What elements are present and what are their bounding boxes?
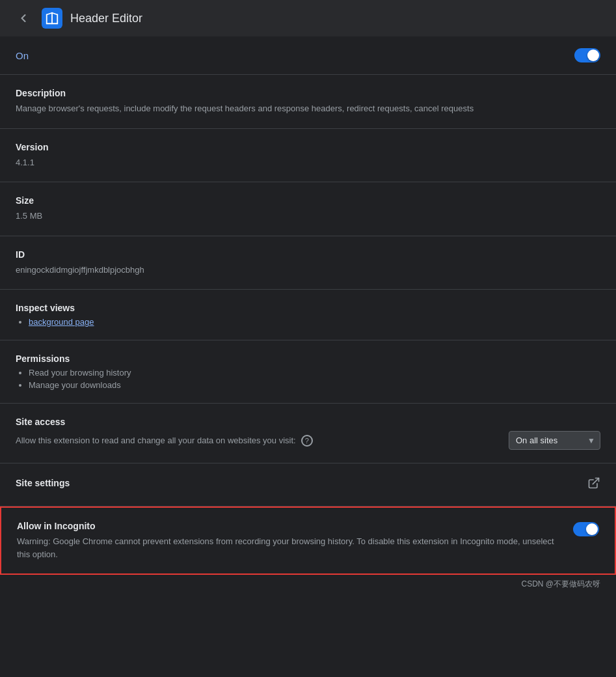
description-value: Manage browser's requests, include modif…: [16, 102, 600, 115]
size-label: Size: [16, 195, 600, 206]
id-label: ID: [16, 249, 600, 260]
inspect-views-section: Inspect views background page: [0, 290, 616, 340]
permission-item-1: Manage your downloads: [29, 380, 600, 390]
enable-toggle[interactable]: [574, 48, 600, 62]
toggle-label: On: [16, 50, 29, 61]
id-section: ID eningockdidmgiojffjmkdblpjocbhgh: [0, 236, 616, 290]
watermark: CSDN @不要做码农呀: [0, 575, 616, 592]
site-access-description: Allow this extension to read and change …: [16, 435, 296, 445]
version-value: 4.1.1: [16, 156, 600, 169]
description-section: Description Manage browser's requests, i…: [0, 75, 616, 129]
enable-toggle-row: On: [0, 36, 616, 75]
id-value: eningockdidmgiojffjmkdblpjocbhgh: [16, 264, 600, 277]
permissions-section: Permissions Read your browsing history M…: [0, 340, 616, 404]
incognito-section: Allow in Incognito Warning: Google Chrom…: [0, 506, 616, 575]
permissions-list: Read your browsing history Manage your d…: [16, 368, 600, 390]
inspect-views-label: Inspect views: [16, 303, 600, 313]
back-button[interactable]: [13, 8, 34, 29]
site-access-section: Site access Allow this extension to read…: [0, 404, 616, 463]
help-icon[interactable]: ?: [301, 435, 313, 447]
extension-icon: [42, 8, 62, 29]
site-settings-section: Site settings: [0, 463, 616, 506]
inspect-views-list: background page: [16, 317, 600, 327]
site-access-select[interactable]: On all sites On specific sites Ask on ev…: [509, 431, 600, 450]
site-access-label: Site access: [16, 417, 600, 427]
background-page-link[interactable]: background page: [29, 317, 94, 327]
size-value: 1.5 MB: [16, 210, 600, 223]
incognito-text: Allow in Incognito Warning: Google Chrom…: [17, 521, 563, 560]
header: Header Editor: [0, 0, 616, 36]
content: On Description Manage browser's requests…: [0, 36, 616, 592]
version-section: Version 4.1.1: [0, 129, 616, 183]
svg-line-4: [593, 478, 598, 484]
site-access-row: Allow this extension to read and change …: [16, 431, 600, 450]
site-settings-label: Site settings: [16, 478, 70, 488]
size-section: Size 1.5 MB: [0, 182, 616, 236]
site-access-text: Allow this extension to read and change …: [16, 435, 501, 447]
incognito-toggle[interactable]: [573, 522, 599, 536]
permissions-label: Permissions: [16, 353, 600, 364]
external-link-icon[interactable]: [587, 477, 600, 493]
version-label: Version: [16, 142, 600, 152]
permission-item-0: Read your browsing history: [29, 368, 600, 378]
page-title: Header Editor: [70, 12, 142, 25]
incognito-description: Warning: Google Chrome cannot prevent ex…: [17, 535, 563, 560]
site-access-select-wrapper: On all sites On specific sites Ask on ev…: [509, 431, 600, 450]
description-label: Description: [16, 88, 600, 98]
incognito-title: Allow in Incognito: [17, 521, 563, 531]
